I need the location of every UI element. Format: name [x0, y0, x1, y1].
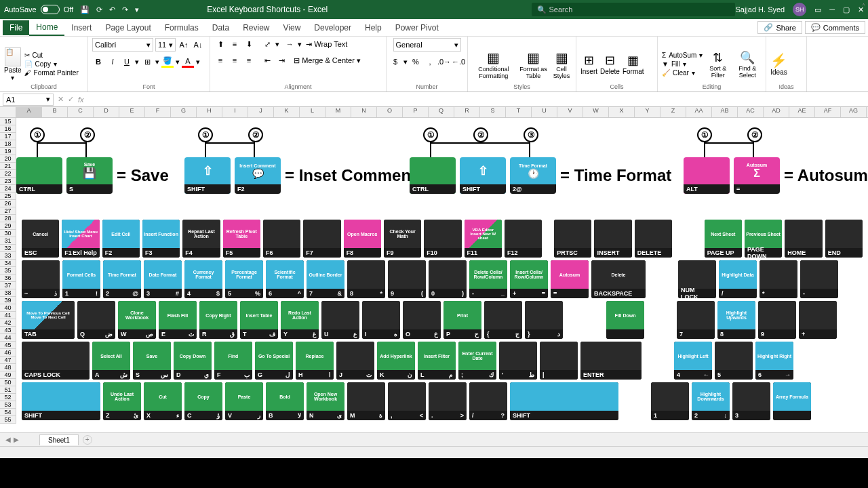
bold-button[interactable]: B: [92, 56, 104, 68]
row-header[interactable]: 21: [0, 163, 16, 170]
tab-help[interactable]: Help: [358, 20, 389, 35]
row-header[interactable]: 47: [0, 357, 16, 364]
col-header[interactable]: I: [222, 107, 248, 117]
row-header[interactable]: 16: [0, 125, 16, 133]
comments-button[interactable]: 💬 Comments: [805, 21, 865, 34]
find-select-button[interactable]: 🔍Find & Select: [733, 50, 762, 79]
col-header[interactable]: V: [557, 107, 583, 117]
col-header[interactable]: T: [506, 107, 532, 117]
underline-button[interactable]: U: [121, 56, 133, 68]
row-header[interactable]: 38: [0, 289, 16, 297]
col-header[interactable]: E: [119, 107, 145, 117]
ribbon-mode-icon[interactable]: ▭: [814, 5, 821, 14]
row-header[interactable]: 41: [0, 312, 16, 319]
col-header[interactable]: AF: [815, 107, 841, 117]
row-header[interactable]: 36: [0, 274, 16, 282]
paste-button[interactable]: 📋 Paste▾: [4, 47, 22, 81]
col-header[interactable]: AB: [712, 107, 738, 117]
row-header[interactable]: 49: [0, 371, 16, 379]
col-header[interactable]: AG: [841, 107, 867, 117]
avatar[interactable]: SH: [793, 3, 806, 16]
autosum-button[interactable]: Σ AutoSum ▾: [662, 52, 703, 59]
fill-color-button[interactable]: 🪣: [161, 56, 174, 68]
row-header[interactable]: 24: [0, 185, 16, 192]
comma-icon[interactable]: ,: [424, 56, 436, 68]
col-header[interactable]: AD: [764, 107, 789, 117]
copy-button[interactable]: 📄 Copy ▾: [24, 60, 79, 68]
row-header[interactable]: 54: [0, 409, 16, 416]
row-header[interactable]: 17: [0, 133, 16, 140]
row-header[interactable]: 33: [0, 252, 16, 260]
row-header[interactable]: 15: [0, 118, 16, 125]
row-header[interactable]: 18: [0, 140, 16, 148]
indent-dec-icon[interactable]: ⇤: [261, 54, 273, 66]
redo-icon[interactable]: ↷: [122, 5, 128, 14]
row-header[interactable]: 37: [0, 282, 16, 289]
sheet-tab[interactable]: Sheet1: [39, 434, 79, 445]
sort-filter-button[interactable]: ⇅Sort & Filter: [705, 50, 730, 79]
row-header[interactable]: 44: [0, 334, 16, 342]
cell-styles-button[interactable]: ▦Cell Styles: [551, 49, 572, 79]
row-header[interactable]: 53: [0, 401, 16, 409]
ideas-button[interactable]: ⚡Ideas: [770, 52, 787, 76]
col-header[interactable]: AE: [789, 107, 815, 117]
row-header[interactable]: 29: [0, 222, 16, 230]
italic-button[interactable]: I: [106, 56, 119, 68]
col-header[interactable]: P: [403, 107, 429, 117]
tab-data[interactable]: Data: [205, 20, 236, 35]
tab-review[interactable]: Review: [236, 20, 276, 35]
col-header[interactable]: L: [300, 107, 326, 117]
align-middle-icon[interactable]: ≡: [229, 38, 241, 50]
number-format-select[interactable]: General▾: [393, 38, 461, 52]
row-header[interactable]: 35: [0, 267, 16, 274]
align-left-icon[interactable]: ≡: [214, 54, 226, 66]
row-header[interactable]: 42: [0, 319, 16, 327]
format-as-table-button[interactable]: ▦Format as Table: [518, 49, 549, 79]
tab-formulas[interactable]: Formulas: [158, 20, 205, 35]
col-header[interactable]: K: [274, 107, 300, 117]
autosave-toggle[interactable]: AutoSave Off: [4, 5, 73, 14]
merge-center-button[interactable]: ⊟ Merge & Center ▾: [294, 56, 361, 65]
maximize-icon[interactable]: ▢: [843, 5, 850, 14]
col-header[interactable]: X: [609, 107, 635, 117]
col-header[interactable]: Q: [429, 107, 454, 117]
col-header[interactable]: H: [197, 107, 222, 117]
orientation-icon[interactable]: ⤢: [261, 38, 273, 50]
row-header[interactable]: 34: [0, 260, 16, 267]
row-header[interactable]: 43: [0, 327, 16, 334]
row-header[interactable]: 31: [0, 237, 16, 245]
tab-insert[interactable]: Insert: [64, 20, 98, 35]
decrease-font-icon[interactable]: A↓: [192, 39, 204, 51]
row-header[interactable]: 45: [0, 342, 16, 349]
sync-icon[interactable]: ⟳: [96, 5, 102, 14]
col-header[interactable]: Z: [660, 107, 686, 117]
row-header[interactable]: 32: [0, 245, 16, 252]
row-header[interactable]: 40: [0, 304, 16, 312]
row-header[interactable]: 55: [0, 416, 16, 424]
col-header[interactable]: D: [94, 107, 119, 117]
tab-power-pivot[interactable]: Power Pivot: [389, 20, 446, 35]
col-header[interactable]: G: [171, 107, 197, 117]
col-header[interactable]: S: [480, 107, 506, 117]
tab-file[interactable]: File: [3, 20, 29, 35]
prev-sheet-icon[interactable]: ◀: [5, 436, 11, 443]
col-header[interactable]: AC: [738, 107, 764, 117]
col-header[interactable]: F: [145, 107, 171, 117]
row-header[interactable]: 30: [0, 230, 16, 237]
row-header[interactable]: 52: [0, 394, 16, 401]
wrap-text-button[interactable]: ⇥ Wrap Text: [306, 40, 347, 49]
dec-decimal-icon[interactable]: ←.0: [452, 56, 465, 68]
user-name[interactable]: Sajjad H. Syed: [735, 5, 785, 14]
collapse-ribbon-icon[interactable]: ˄: [862, 3, 865, 10]
add-sheet-icon[interactable]: +: [83, 435, 92, 445]
inc-decimal-icon[interactable]: .0→: [438, 56, 450, 68]
align-top-icon[interactable]: ⬆: [214, 38, 226, 50]
col-header[interactable]: J: [248, 107, 274, 117]
enter-formula-icon[interactable]: ✓: [68, 95, 74, 104]
save-icon[interactable]: 💾: [80, 5, 90, 14]
row-header[interactable]: 39: [0, 297, 16, 304]
col-header[interactable]: B: [42, 107, 68, 117]
indent-inc-icon[interactable]: ⇥: [275, 54, 288, 66]
align-center-icon[interactable]: ≡: [229, 54, 241, 66]
cancel-formula-icon[interactable]: ✕: [58, 95, 64, 104]
